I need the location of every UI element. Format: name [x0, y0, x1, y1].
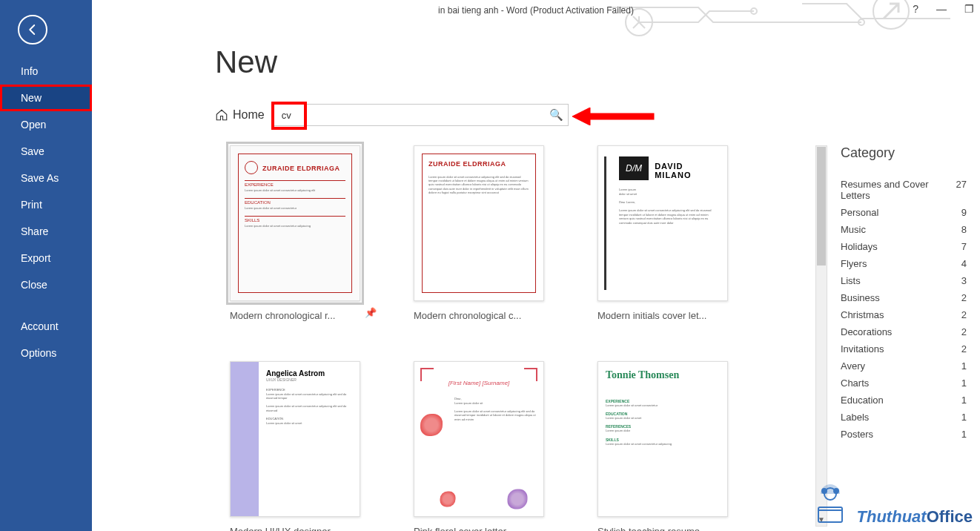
template-label: Modern chronological r... [230, 310, 360, 321]
category-count: 3 [961, 275, 967, 286]
title-bar: in bai tieng anh - Word (Product Activat… [92, 0, 980, 21]
breadcrumb-home[interactable]: Home [215, 108, 265, 122]
category-row[interactable]: Decorations2 [841, 323, 967, 340]
template-card[interactable]: ZURAIDE ELDRRIAGA Lorem ipsum dolor sit … [414, 145, 544, 321]
category-name: Christmas [841, 309, 884, 320]
category-count: 1 [961, 412, 967, 423]
template-label: Stylish teaching resume [597, 526, 728, 531]
watermark-logo: ThuthuatOffice [808, 482, 973, 527]
nav-export[interactable]: Export [0, 245, 92, 271]
category-name: Music [841, 224, 866, 235]
nav-close[interactable]: Close [0, 271, 92, 298]
category-name: Invitations [841, 343, 884, 354]
nav-print[interactable]: Print [0, 191, 92, 218]
svg-marker-5 [572, 108, 590, 125]
nav-new[interactable]: New [0, 85, 92, 111]
category-count: 1 [961, 360, 967, 372]
template-card[interactable]: [First Name] [Surname] Dear,Lorem ipsum … [414, 361, 544, 531]
category-count: 7 [961, 241, 967, 252]
category-name: Avery [841, 360, 865, 372]
category-count: 1 [961, 377, 967, 389]
svg-point-9 [834, 489, 838, 493]
backstage-sidebar: Info New Open Save Save As Print Share E… [0, 0, 92, 531]
template-card[interactable]: Angelica Astrom UI/UX DESIGNER EXPERIENC… [230, 361, 360, 531]
category-row[interactable]: Avery1 [841, 357, 967, 375]
annotation-arrow [572, 108, 661, 125]
category-name: Education [841, 395, 884, 406]
page-title: New [215, 44, 277, 80]
template-card[interactable]: ZURAIDE ELDRRIAGA EXPERIENCELorem ipsum … [230, 145, 360, 321]
category-row[interactable]: Holidays7 [841, 238, 967, 255]
search-icon[interactable]: 🔍 [546, 108, 568, 122]
category-row[interactable]: Labels1 [841, 409, 967, 426]
category-row[interactable]: Music8 [841, 221, 967, 238]
nav-save[interactable]: Save [0, 138, 92, 165]
category-name: Posters [841, 429, 873, 440]
minimize-button[interactable]: — [936, 3, 947, 15]
nav-save-as[interactable]: Save As [0, 165, 92, 191]
scroll-thumb[interactable] [817, 147, 826, 266]
template-search: 🔍 [274, 104, 569, 126]
category-name: Holidays [841, 241, 878, 252]
category-name: Charts [841, 377, 869, 389]
category-row[interactable]: Christmas2 [841, 306, 967, 323]
category-row[interactable]: Posters1 [841, 426, 967, 443]
category-row[interactable]: Education1 [841, 392, 967, 409]
template-card[interactable]: D/M DAVID MILANO Lorem ipsumdolor sit am… [597, 145, 728, 321]
window-title: in bai tieng anh - Word (Product Activat… [438, 5, 634, 16]
template-label: Modern UI/UX designer... [230, 526, 360, 531]
svg-rect-4 [587, 113, 654, 119]
category-name: Labels [841, 412, 869, 423]
category-name: Business [841, 292, 880, 303]
nav-share[interactable]: Share [0, 218, 92, 245]
category-row[interactable]: Business2 [841, 289, 967, 306]
category-name: Lists [841, 275, 861, 286]
category-name: Resumes and Cover Letters [841, 179, 956, 201]
template-label: Pink floral cover letter [414, 526, 544, 531]
category-row[interactable]: Invitations2 [841, 340, 967, 357]
template-label: Modern initials cover let... [597, 310, 728, 321]
main-area: in bai tieng anh - Word (Product Activat… [92, 0, 980, 531]
category-count: 27 [956, 179, 967, 201]
category-row[interactable]: Personal9 [841, 204, 967, 221]
category-name: Flyers [841, 258, 867, 269]
category-row[interactable]: Resumes and Cover Letters27 [841, 176, 967, 204]
category-count: 1 [961, 429, 967, 440]
help-button[interactable]: ? [913, 3, 918, 15]
template-card[interactable]: Tonnie Thomsen EXPERIENCELorem ipsum dol… [597, 361, 728, 531]
svg-point-8 [822, 489, 827, 493]
category-name: Personal [841, 207, 878, 218]
category-count: 2 [961, 309, 967, 320]
template-label: Modern chronological c... [414, 310, 544, 321]
nav-options[interactable]: Options [0, 340, 92, 366]
nav-open[interactable]: Open [0, 111, 92, 138]
category-count: 9 [961, 207, 967, 218]
restore-button[interactable]: ❐ [964, 3, 974, 15]
category-count: 8 [961, 224, 967, 235]
category-title: Category [841, 145, 967, 161]
category-row[interactable]: Lists3 [841, 272, 967, 289]
home-icon [215, 108, 228, 122]
category-panel: Category Resumes and Cover Letters27Pers… [832, 145, 980, 527]
category-count: 4 [961, 258, 967, 269]
template-grid: ZURAIDE ELDRRIAGA EXPERIENCELorem ipsum … [230, 145, 904, 531]
pin-icon[interactable]: 📌 [365, 307, 377, 318]
search-input[interactable] [274, 110, 546, 121]
category-row[interactable]: Charts1 [841, 375, 967, 392]
category-count: 2 [961, 343, 967, 354]
back-button[interactable] [18, 15, 47, 44]
category-count: 2 [961, 292, 967, 303]
category-count: 2 [961, 326, 967, 337]
category-row[interactable]: Flyers4 [841, 255, 967, 272]
scrollbar[interactable]: ▲ ▼ [815, 145, 827, 527]
category-count: 1 [961, 395, 967, 406]
nav-account[interactable]: Account [0, 313, 92, 340]
category-name: Decorations [841, 326, 892, 337]
nav-info[interactable]: Info [0, 58, 92, 85]
